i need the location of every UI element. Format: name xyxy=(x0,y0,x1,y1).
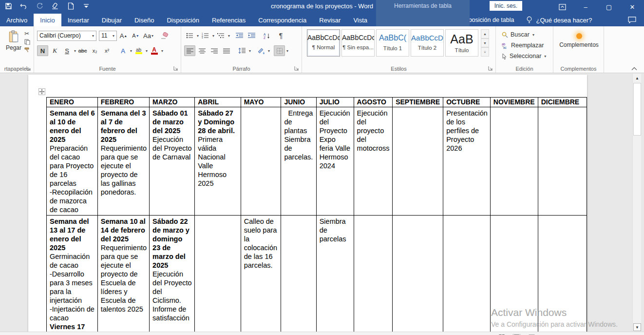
italic-button[interactable]: K xyxy=(49,45,60,56)
schedule-cell-r1-julio[interactable]: Ejecución del Proyecto Expo feria Valle … xyxy=(316,107,354,216)
schedule-cell-r1-abril[interactable]: Sábado 27 y Domingo 28 de abril.Primera … xyxy=(195,107,241,216)
style-título[interactable]: AaBTítulo xyxy=(445,29,478,57)
line-spacing-arrow[interactable]: ▾ xyxy=(249,49,251,53)
schedule-cell-r2-mayo[interactable]: Calleo de suelo para la colocación de la… xyxy=(241,216,281,332)
close-button[interactable]: ✕ xyxy=(621,0,644,14)
tab-diseño[interactable]: Diseño xyxy=(128,14,160,26)
redo-icon[interactable] xyxy=(35,1,44,10)
style-título-1[interactable]: AaBbC(Título 1 xyxy=(376,29,409,57)
vertical-scrollbar[interactable]: ▲ ▼ xyxy=(632,74,641,332)
tab-insertar[interactable]: Insertar xyxy=(61,14,95,26)
tab-dibujar[interactable]: Dibujar xyxy=(95,14,128,26)
font-dialog-launcher[interactable] xyxy=(173,66,179,71)
schedule-cell-r1-mayo[interactable] xyxy=(241,107,281,216)
schedule-cell-r1-septiembre[interactable] xyxy=(393,107,443,216)
month-header-junio[interactable]: JUNIO xyxy=(281,98,316,107)
bold-button[interactable]: N xyxy=(37,45,48,56)
collapse-ribbon-icon[interactable] xyxy=(631,67,637,71)
schedule-cell-r1-febrero[interactable]: Semana del 3 al 7 de febrero del 2025Req… xyxy=(97,107,149,216)
schedule-cell-r1-enero[interactable]: Semana del 6 al 10 de enero del 2025Prep… xyxy=(47,107,98,216)
align-left-button[interactable] xyxy=(184,45,195,56)
month-header-julio[interactable]: JULIO xyxy=(316,98,354,107)
month-header-abril[interactable]: ABRIL xyxy=(195,98,241,107)
decrease-indent-icon[interactable] xyxy=(234,30,245,41)
schedule-cell-r2-octubre[interactable] xyxy=(443,216,491,332)
text-effects-button[interactable]: A xyxy=(117,45,129,56)
numbering-arrow[interactable]: ▾ xyxy=(212,34,214,38)
font-color-arrow[interactable]: ▾ xyxy=(161,49,163,53)
schedule-cell-r2-agosto[interactable] xyxy=(354,216,393,332)
month-header-noviembre[interactable]: NOVIEMBRE xyxy=(490,98,538,107)
cut-icon[interactable]: ✂ xyxy=(24,30,30,37)
style-sin-espa[interactable]: AaBbCcDc¶ Sin espa... xyxy=(341,29,375,57)
schedule-cell-r2-abril[interactable] xyxy=(195,216,241,332)
schedule-cell-r2-enero[interactable]: Semana del 13 al 17 de enero del 2025Ger… xyxy=(47,216,98,332)
line-spacing-icon[interactable] xyxy=(236,45,247,56)
month-header-febrero[interactable]: FEBRERO xyxy=(97,98,149,107)
feedback-icon[interactable] xyxy=(628,17,636,23)
numbering-icon[interactable]: 123 xyxy=(200,30,211,41)
schedule-cell-r1-junio[interactable]: Entrega de plantasSiembra de parcelas. xyxy=(281,107,316,216)
eraser-icon[interactable] xyxy=(51,1,59,10)
find-button[interactable]: Buscar▾ xyxy=(502,29,551,40)
month-header-mayo[interactable]: MAYO xyxy=(241,98,281,107)
clipboard-dialog-launcher[interactable] xyxy=(26,66,32,71)
underline-arrow[interactable]: ▾ xyxy=(74,49,76,53)
tell-me-box[interactable]: ¿Qué desea hacer? xyxy=(518,14,592,26)
grow-font-button[interactable]: A▲ xyxy=(118,30,129,41)
font-color-button[interactable]: A xyxy=(149,45,160,56)
multilevel-arrow[interactable]: ▾ xyxy=(228,34,230,38)
highlight-arrow[interactable]: ▾ xyxy=(146,49,148,53)
bullets-arrow[interactable]: ▾ xyxy=(197,34,199,38)
styles-dialog-launcher[interactable] xyxy=(488,66,493,71)
borders-icon[interactable] xyxy=(274,45,285,56)
tab-correspondencia[interactable]: Correspondencia xyxy=(252,14,313,26)
schedule-cell-r1-octubre[interactable]: Presentación de los perfiles de Proyecto… xyxy=(443,107,491,216)
month-header-enero[interactable]: ENERO xyxy=(47,98,98,107)
tab-inicio[interactable]: Inicio xyxy=(34,14,61,26)
maximize-button[interactable]: ▢ xyxy=(597,0,621,14)
new-document-icon[interactable] xyxy=(66,1,75,10)
style-normal[interactable]: AaBbCcDc¶ Normal xyxy=(307,29,340,57)
document-page[interactable]: ENEROFEBREROMARZOABRILMAYOJUNIOJULIOAGOS… xyxy=(28,75,587,332)
scroll-up-icon[interactable]: ▲ xyxy=(633,74,641,82)
month-header-marzo[interactable]: MARZO xyxy=(150,98,195,107)
replace-button[interactable]: abac Reemplazar xyxy=(502,40,551,51)
tab-vista[interactable]: Vista xyxy=(347,14,374,26)
paste-button[interactable]: Pegar xyxy=(3,29,24,53)
highlight-button[interactable]: ab xyxy=(133,45,144,56)
strikethrough-button[interactable]: abc xyxy=(77,45,88,56)
schedule-cell-r1-agosto[interactable]: Ejecución del proyecto del motocross xyxy=(354,107,393,216)
underline-button[interactable]: S xyxy=(61,45,73,56)
schedule-cell-r2-junio[interactable] xyxy=(281,216,316,332)
styles-more-icon[interactable]: ⩒ xyxy=(481,47,489,57)
multilevel-list-icon[interactable] xyxy=(215,30,227,41)
tab-archivo[interactable]: Archivo xyxy=(0,14,34,26)
schedule-cell-r2-noviembre[interactable] xyxy=(490,216,538,332)
style-título-2[interactable]: AaBbCcDTítulo 2 xyxy=(411,29,444,57)
minimize-button[interactable]: – xyxy=(574,0,597,14)
styles-scroll-down-icon[interactable]: ▼ xyxy=(481,39,489,48)
select-button[interactable]: Seleccionar▾ xyxy=(502,51,551,61)
sign-in-button[interactable]: Inic. ses. xyxy=(490,1,522,11)
styles-scroll-up-icon[interactable]: ▲ xyxy=(481,29,489,39)
font-name-select[interactable]: Calibri (Cuerpo)▾ xyxy=(37,31,96,41)
tab-referencias[interactable]: Referencias xyxy=(206,14,252,26)
pilcrow-button[interactable]: ¶ xyxy=(275,30,286,41)
schedule-cell-r1-marzo[interactable]: Sábado 01 de marzo del 2025Ejecución del… xyxy=(150,107,195,216)
superscript-button[interactable]: x² xyxy=(101,45,113,56)
increase-indent-icon[interactable] xyxy=(246,30,257,41)
change-case-button[interactable]: Aa▾ xyxy=(142,30,154,41)
save-icon[interactable] xyxy=(4,1,13,10)
schedule-cell-r1-diciembre[interactable] xyxy=(538,107,587,216)
align-right-button[interactable] xyxy=(208,45,220,56)
copy-icon[interactable] xyxy=(24,39,30,45)
month-header-septiembre[interactable]: SEPTIEMBRE xyxy=(393,98,443,107)
schedule-cell-r2-julio[interactable]: Siembra de parcelas xyxy=(316,216,354,332)
borders-arrow[interactable]: ▾ xyxy=(286,49,288,53)
schedule-cell-r1-noviembre[interactable] xyxy=(490,107,538,216)
addins-button[interactable]: Complementos xyxy=(556,30,602,49)
subscript-button[interactable]: x₂ xyxy=(89,45,100,56)
schedule-cell-r2-diciembre[interactable] xyxy=(538,216,587,332)
text-effects-arrow[interactable]: ▾ xyxy=(130,49,132,53)
